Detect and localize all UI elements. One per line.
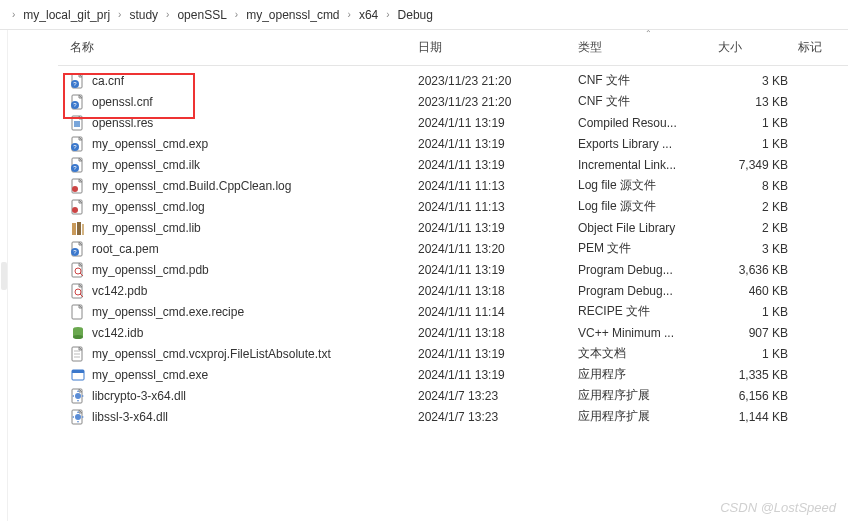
file-date: 2024/1/11 13:19 bbox=[418, 137, 578, 151]
file-size: 3 KB bbox=[762, 74, 788, 88]
file-name: my_openssl_cmd.exp bbox=[92, 137, 208, 151]
file-size: 1,335 KB bbox=[739, 368, 788, 382]
file-name: my_openssl_cmd.exe.recipe bbox=[92, 305, 244, 319]
header-type[interactable]: ⌃ 类型 bbox=[578, 39, 718, 56]
file-icon: ? bbox=[70, 94, 86, 110]
sort-asc-icon: ⌃ bbox=[645, 29, 652, 38]
breadcrumb-seg[interactable]: x64 bbox=[355, 8, 382, 22]
file-type: Compiled Resou... bbox=[578, 116, 713, 130]
svg-point-33 bbox=[73, 335, 83, 339]
file-row[interactable]: my_openssl_cmd.lib2024/1/11 13:19Object … bbox=[58, 217, 848, 238]
file-size: 1,144 KB bbox=[739, 410, 788, 424]
file-date: 2023/11/23 21:20 bbox=[418, 74, 578, 88]
chevron-right-icon: › bbox=[344, 9, 355, 20]
file-row[interactable]: ?my_openssl_cmd.exp2024/1/11 13:19Export… bbox=[58, 133, 848, 154]
file-row[interactable]: my_openssl_cmd.Build.CppClean.log2024/1/… bbox=[58, 175, 848, 196]
file-type: CNF 文件 bbox=[578, 72, 713, 89]
svg-point-15 bbox=[72, 186, 78, 192]
file-icon: ? bbox=[70, 157, 86, 173]
file-name: my_openssl_cmd.log bbox=[92, 200, 205, 214]
file-row[interactable]: my_openssl_cmd.pdb2024/1/11 13:19Program… bbox=[58, 259, 848, 280]
breadcrumb-seg[interactable]: my_local_git_prj bbox=[19, 8, 114, 22]
file-type: VC++ Minimum ... bbox=[578, 326, 713, 340]
svg-point-17 bbox=[72, 207, 78, 213]
file-row[interactable]: openssl.res2024/1/11 13:19Compiled Resou… bbox=[58, 112, 848, 133]
file-date: 2024/1/11 13:20 bbox=[418, 242, 578, 256]
file-icon: ? bbox=[70, 241, 86, 257]
file-date: 2024/1/11 13:18 bbox=[418, 326, 578, 340]
file-type: 应用程序 bbox=[578, 366, 713, 383]
file-icon bbox=[70, 409, 86, 425]
file-name: my_openssl_cmd.pdb bbox=[92, 263, 209, 277]
file-row[interactable]: ?my_openssl_cmd.ilk2024/1/11 13:19Increm… bbox=[58, 154, 848, 175]
file-icon bbox=[70, 367, 86, 383]
chevron-right-icon: › bbox=[8, 9, 19, 20]
file-size: 1 KB bbox=[762, 137, 788, 151]
file-row[interactable]: vc142.pdb2024/1/11 13:18Program Debug...… bbox=[58, 280, 848, 301]
file-name: root_ca.pem bbox=[92, 242, 159, 256]
file-type: CNF 文件 bbox=[578, 93, 713, 110]
file-type: RECIPE 文件 bbox=[578, 303, 713, 320]
file-type: Object File Library bbox=[578, 221, 713, 235]
file-row[interactable]: my_openssl_cmd.exe.recipe2024/1/11 11:14… bbox=[58, 301, 848, 322]
file-name: vc142.pdb bbox=[92, 284, 147, 298]
file-row[interactable]: ?root_ca.pem2024/1/11 13:20PEM 文件3 KB bbox=[58, 238, 848, 259]
column-headers: 名称 日期 ⌃ 类型 大小 标记 bbox=[58, 30, 848, 66]
file-type: Program Debug... bbox=[578, 263, 713, 277]
file-type: 应用程序扩展 bbox=[578, 408, 713, 425]
file-size: 1 KB bbox=[762, 305, 788, 319]
file-icon bbox=[70, 388, 86, 404]
file-row[interactable]: ?openssl.cnf2023/11/23 21:20CNF 文件13 KB bbox=[58, 91, 848, 112]
file-size: 1 KB bbox=[762, 116, 788, 130]
nav-pane-collapsed[interactable] bbox=[0, 30, 8, 521]
file-icon: ? bbox=[70, 136, 86, 152]
breadcrumb-seg[interactable]: study bbox=[125, 8, 162, 22]
file-name: vc142.idb bbox=[92, 326, 143, 340]
file-icon: ? bbox=[70, 73, 86, 89]
file-date: 2024/1/11 11:13 bbox=[418, 200, 578, 214]
svg-rect-18 bbox=[72, 223, 76, 235]
file-size: 3,636 KB bbox=[739, 263, 788, 277]
file-icon bbox=[70, 220, 86, 236]
file-size: 7,349 KB bbox=[739, 158, 788, 172]
file-icon bbox=[70, 115, 86, 131]
file-row[interactable]: vc142.idb2024/1/11 13:18VC++ Minimum ...… bbox=[58, 322, 848, 343]
file-name: my_openssl_cmd.Build.CppClean.log bbox=[92, 179, 291, 193]
file-name: openssl.cnf bbox=[92, 95, 153, 109]
breadcrumb-seg[interactable]: Debug bbox=[394, 8, 437, 22]
file-name: libcrypto-3-x64.dll bbox=[92, 389, 186, 403]
header-tag[interactable]: 标记 bbox=[798, 39, 848, 56]
file-date: 2024/1/11 11:14 bbox=[418, 305, 578, 319]
file-type: Incremental Link... bbox=[578, 158, 713, 172]
svg-rect-19 bbox=[77, 222, 81, 235]
header-size[interactable]: 大小 bbox=[718, 39, 798, 56]
svg-rect-39 bbox=[72, 370, 84, 373]
file-row[interactable]: my_openssl_cmd.log2024/1/11 11:13Log fil… bbox=[58, 196, 848, 217]
file-type: 文本文档 bbox=[578, 345, 713, 362]
file-name: my_openssl_cmd.exe bbox=[92, 368, 208, 382]
breadcrumb-seg[interactable]: my_openssl_cmd bbox=[242, 8, 343, 22]
file-icon bbox=[70, 283, 86, 299]
file-icon bbox=[70, 199, 86, 215]
chevron-right-icon: › bbox=[162, 9, 173, 20]
svg-point-41 bbox=[75, 393, 81, 399]
header-name[interactable]: 名称 bbox=[58, 39, 418, 56]
breadcrumb-seg[interactable]: openSSL bbox=[173, 8, 230, 22]
file-date: 2024/1/7 13:23 bbox=[418, 389, 578, 403]
header-date[interactable]: 日期 bbox=[418, 39, 578, 56]
file-date: 2024/1/11 13:19 bbox=[418, 368, 578, 382]
breadcrumb[interactable]: › my_local_git_prj › study › openSSL › m… bbox=[0, 0, 848, 30]
file-row[interactable]: my_openssl_cmd.vcxproj.FileListAbsolute.… bbox=[58, 343, 848, 364]
file-icon bbox=[70, 346, 86, 362]
file-icon bbox=[70, 304, 86, 320]
drag-handle-icon bbox=[1, 262, 7, 290]
file-row[interactable]: libcrypto-3-x64.dll2024/1/7 13:23应用程序扩展6… bbox=[58, 385, 848, 406]
file-row[interactable]: libssl-3-x64.dll2024/1/7 13:23应用程序扩展1,14… bbox=[58, 406, 848, 427]
file-size: 6,156 KB bbox=[739, 389, 788, 403]
file-size: 907 KB bbox=[749, 326, 788, 340]
file-row[interactable]: ?ca.cnf2023/11/23 21:20CNF 文件3 KB bbox=[58, 70, 848, 91]
file-row[interactable]: my_openssl_cmd.exe2024/1/11 13:19应用程序1,3… bbox=[58, 364, 848, 385]
file-name: my_openssl_cmd.lib bbox=[92, 221, 201, 235]
chevron-right-icon: › bbox=[382, 9, 393, 20]
file-size: 13 KB bbox=[755, 95, 788, 109]
